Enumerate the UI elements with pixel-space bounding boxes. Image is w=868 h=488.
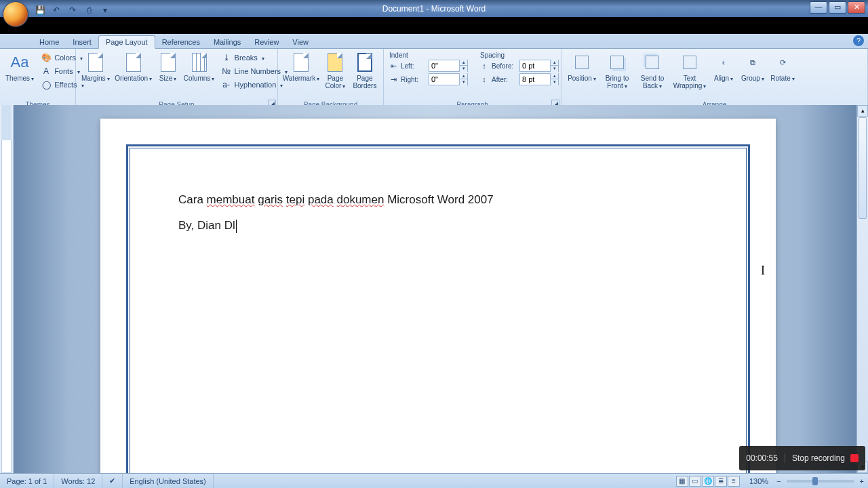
zoom-out-button[interactable]: − <box>775 474 782 488</box>
vertical-scrollbar[interactable]: ▴ ▾ <box>856 105 868 473</box>
tab-view[interactable]: View <box>285 36 315 48</box>
view-draft[interactable]: ≡ <box>728 476 740 487</box>
zoom-knob[interactable] <box>812 477 818 485</box>
redo-icon[interactable]: ↷ <box>66 4 79 16</box>
qat-row: 💾 ↶ ↷ ⎙ ▾ <box>0 0 114 28</box>
columns-button[interactable]: Columns <box>183 50 216 84</box>
maximize-button[interactable]: ▭ <box>829 1 846 14</box>
office-button[interactable] <box>3 1 28 27</box>
tab-page-layout[interactable]: Page Layout <box>98 35 155 49</box>
rotate-button[interactable]: ⟳Rotate <box>769 50 796 84</box>
send-back-icon <box>642 52 663 73</box>
status-bar: Page: 1 of 1 Words: 12 ✔ English (United… <box>0 473 868 488</box>
quick-print-icon[interactable]: ⎙ <box>83 4 95 16</box>
tab-mailings[interactable]: Mailings <box>207 36 248 48</box>
tab-insert[interactable]: Insert <box>66 36 98 48</box>
spacing-after-icon: ↕ <box>479 75 490 84</box>
document-area: Cara membuat garis tepi pada dokumen Mic… <box>0 105 868 473</box>
margins-button[interactable]: Margins <box>80 50 111 84</box>
page-color-icon <box>324 52 346 73</box>
view-web[interactable]: 🌐 <box>702 476 714 487</box>
spin-down[interactable]: ▾ <box>550 66 558 72</box>
position-icon <box>571 52 593 73</box>
status-words[interactable]: Words: 12 <box>54 474 102 488</box>
fonts-icon: A <box>41 66 52 77</box>
indent-left-input[interactable] <box>429 62 459 70</box>
status-page[interactable]: Page: 1 of 1 <box>0 474 54 488</box>
watermark-button[interactable]: Watermark <box>282 50 320 84</box>
document-canvas[interactable]: Cara membuat garis tepi pada dokumen Mic… <box>14 105 856 473</box>
spin-up[interactable]: ▴ <box>550 60 558 66</box>
ribbon: Aa Themes 🎨Colors AFonts ◯Effects Themes… <box>0 49 868 110</box>
spacing-before-icon: ↕ <box>479 61 490 70</box>
spacing-before-input[interactable] <box>520 62 550 70</box>
save-icon[interactable]: 💾 <box>34 4 46 16</box>
scroll-thumb[interactable] <box>859 117 867 219</box>
document-text[interactable]: Cara membuat garis tepi pada dokumen Mic… <box>178 193 494 233</box>
spin-up[interactable]: ▴ <box>550 73 558 79</box>
spacing-before-label: Before: <box>492 62 517 70</box>
undo-icon[interactable]: ↶ <box>50 4 62 16</box>
page-borders-button[interactable]: Page Borders <box>351 50 379 91</box>
tab-review[interactable]: Review <box>248 36 285 48</box>
line-numbers-icon: № <box>221 66 232 77</box>
orientation-icon <box>123 52 144 73</box>
themes-button[interactable]: Aa Themes <box>4 50 35 84</box>
text-caret <box>236 220 237 233</box>
indent-right-spinner[interactable]: ▴▾ <box>429 73 468 85</box>
group-button[interactable]: ⧉Group <box>739 50 766 84</box>
spin-up[interactable]: ▴ <box>459 60 467 66</box>
spin-down[interactable]: ▾ <box>550 79 558 85</box>
window-controls: — ▭ ✕ <box>810 1 865 14</box>
vertical-ruler[interactable] <box>0 105 14 473</box>
send-back-button[interactable]: Send to Back <box>636 50 669 92</box>
spacing-after-spinner[interactable]: ▴▾ <box>519 73 559 85</box>
help-icon[interactable]: ? <box>853 35 864 46</box>
hyphenation-icon: a- <box>221 79 232 90</box>
bring-front-button[interactable]: Bring to Front <box>601 50 633 92</box>
proofing-icon: ✔ <box>109 476 115 485</box>
group-paragraph: Indent ⇤ Left: ▴▾ ⇥ Right: ▴▾ Spacing <box>384 49 561 109</box>
orientation-button[interactable]: Orientation <box>114 50 153 84</box>
indent-left-spinner[interactable]: ▴▾ <box>429 60 468 72</box>
position-button[interactable]: Position <box>566 50 598 84</box>
align-button[interactable]: ⫞Align <box>711 50 736 84</box>
zoom-slider[interactable] <box>787 480 854 483</box>
zoom-level[interactable]: 130% <box>743 474 775 488</box>
title-bar: 💾 ↶ ↷ ⎙ ▾ Document1 - Microsoft Word — ▭… <box>0 0 868 17</box>
spacing-before-spinner[interactable]: ▴▾ <box>519 60 559 72</box>
group-arrange: Position Bring to Front Send to Back Tex… <box>561 49 868 109</box>
page-color-button[interactable]: Page Color <box>323 50 348 92</box>
indent-left-label: Left: <box>401 62 427 70</box>
spacing-heading: Spacing <box>480 52 505 59</box>
recorder-time: 00:00:55 <box>739 453 785 463</box>
spin-down[interactable]: ▾ <box>459 66 467 72</box>
page: Cara membuat garis tepi pada dokumen Mic… <box>100 119 776 473</box>
indent-right-input[interactable] <box>429 75 459 83</box>
indent-left-row: ⇤ Left: ▴▾ <box>388 60 468 72</box>
themes-icon: Aa <box>9 52 31 73</box>
mouse-text-cursor: I <box>761 264 765 278</box>
view-full-screen[interactable]: ▭ <box>689 476 701 487</box>
spacing-after-input[interactable] <box>520 75 550 83</box>
spin-down[interactable]: ▾ <box>459 79 467 85</box>
group-page-setup: Margins Orientation Size Columns ⤓Breaks… <box>76 49 278 109</box>
size-button[interactable]: Size <box>156 50 180 84</box>
view-outline[interactable]: ≣ <box>715 476 727 487</box>
text-wrapping-button[interactable]: Text Wrapping <box>671 50 708 92</box>
spin-up[interactable]: ▴ <box>459 73 467 79</box>
stop-recording-button[interactable]: Stop recording <box>785 453 865 463</box>
zoom-in-button[interactable]: + <box>859 474 868 488</box>
ribbon-tabs: Home Insert Page Layout References Maili… <box>0 34 868 49</box>
scroll-up-button[interactable]: ▴ <box>857 105 868 117</box>
stop-recording-label: Stop recording <box>792 453 845 463</box>
minimize-button[interactable]: — <box>810 1 827 14</box>
qat-customize-icon[interactable]: ▾ <box>99 4 111 16</box>
status-language[interactable]: English (United States) <box>123 474 214 488</box>
tab-references[interactable]: References <box>155 36 207 48</box>
close-button[interactable]: ✕ <box>848 1 865 14</box>
view-print-layout[interactable]: ▦ <box>676 476 688 487</box>
window-title: Document1 - Microsoft Word <box>382 4 486 14</box>
tab-home[interactable]: Home <box>33 36 66 48</box>
status-proofing[interactable]: ✔ <box>102 474 123 488</box>
